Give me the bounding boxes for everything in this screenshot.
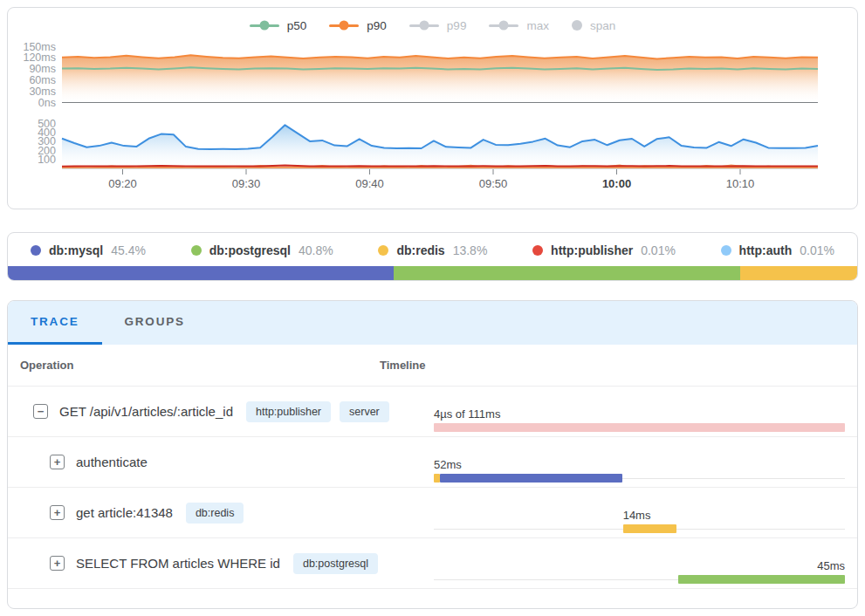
breakdown-label: http:auth xyxy=(739,243,793,257)
breakdown-dot-db-mysql xyxy=(31,245,41,256)
operation-label: SELECT FROM articles WHERE id xyxy=(76,556,280,571)
operation-cell: +get article:41348db:redis xyxy=(8,503,434,524)
legend-label-p50: p50 xyxy=(287,19,307,32)
operation-column-header: Operation xyxy=(20,359,380,372)
breakdown-label: db:mysql xyxy=(49,243,103,257)
timeline-bar[interactable] xyxy=(434,474,440,483)
operation-label: GET /api/v1/articles/:article_id xyxy=(59,404,233,419)
timeline-cell: 14ms xyxy=(434,488,845,537)
breakdown-stacked-bar xyxy=(8,266,857,280)
breakdown-value: 45.4% xyxy=(111,243,146,257)
svg-text:10:10: 10:10 xyxy=(726,177,755,190)
breakdown-dot-db-redis xyxy=(378,245,388,256)
breakdown-dot-db-postgresql xyxy=(191,245,202,256)
trace-rows: −GET /api/v1/articles/:article_idhttp:pu… xyxy=(8,387,857,589)
timeline-duration-label: 14ms xyxy=(623,509,651,522)
legend-dot-p50 xyxy=(259,21,269,31)
legend-marker-max xyxy=(489,24,518,27)
operation-tags: db:postgresql xyxy=(293,553,378,574)
tag-chip-db-redis: db:redis xyxy=(186,503,244,524)
latency-requests-charts: 150ms120ms90ms60ms30ms0ns500400300200100… xyxy=(8,38,857,209)
legend-dot-span xyxy=(572,20,582,31)
breakdown-value: 0.01% xyxy=(641,243,676,257)
trace-row-1[interactable]: +authenticate52ms xyxy=(8,437,857,488)
requests-hits-area xyxy=(62,125,818,168)
trace-row-0[interactable]: −GET /api/v1/articles/:article_idhttp:pu… xyxy=(8,387,857,437)
operation-label: get article:41348 xyxy=(76,505,173,520)
breakdown-bar-segment xyxy=(8,266,394,280)
operation-tags: http:publisherserver xyxy=(246,401,389,422)
latency-requests-panel: p50p90p99maxspan 150ms120ms90ms60ms30ms0… xyxy=(7,7,858,209)
breakdown-item-db-mysql[interactable]: db:mysql45.4% xyxy=(31,243,146,257)
operation-cell: +SELECT FROM articles WHERE iddb:postgre… xyxy=(8,553,434,574)
timeline-duration-label: 4µs of 111ms xyxy=(434,407,500,421)
breakdown-bar-segment xyxy=(740,266,857,280)
legend-dot-max xyxy=(499,21,509,31)
expand-icon[interactable]: + xyxy=(50,556,65,571)
timeline-bar[interactable] xyxy=(623,524,676,533)
operation-cell: +authenticate xyxy=(8,455,434,469)
breakdown-dot-http-publisher xyxy=(532,245,543,256)
breakdown-value: 40.8% xyxy=(299,243,333,257)
legend-dot-p99 xyxy=(419,21,429,31)
legend-label-span: span xyxy=(590,19,615,32)
svg-text:10:00: 10:00 xyxy=(602,177,631,190)
tag-chip-http-publisher: http:publisher xyxy=(246,401,331,422)
operation-label: authenticate xyxy=(76,455,148,469)
tag-chip-db-postgresql: db:postgresql xyxy=(293,553,378,574)
breakdown-value: 13.8% xyxy=(453,243,488,257)
timeline-cell: 45ms xyxy=(434,538,845,588)
svg-text:09:30: 09:30 xyxy=(232,177,261,190)
expand-icon[interactable]: + xyxy=(50,505,65,520)
trace-panel: TRACEGROUPS Operation Timeline −GET /api… xyxy=(7,300,858,609)
latency-p90-area xyxy=(62,55,818,102)
breakdown-bar-segment xyxy=(394,266,740,280)
requests-errors-line xyxy=(62,166,818,167)
tab-trace[interactable]: TRACE xyxy=(8,301,102,345)
legend-label-p90: p90 xyxy=(367,19,387,32)
operation-tags: db:redis xyxy=(186,503,244,524)
tab-groups[interactable]: GROUPS xyxy=(102,301,208,345)
svg-text:09:40: 09:40 xyxy=(355,177,384,190)
timeline-cell: 4µs of 111ms xyxy=(434,387,845,436)
trace-table-header: Operation Timeline xyxy=(8,345,857,387)
trace-row-3[interactable]: +SELECT FROM articles WHERE iddb:postgre… xyxy=(8,538,857,589)
svg-text:100: 100 xyxy=(38,154,56,166)
timeline-column-header: Timeline xyxy=(380,359,857,372)
legend-label-p99: p99 xyxy=(447,19,467,32)
breakdown-item-db-postgresql[interactable]: db:postgresql40.8% xyxy=(191,243,333,257)
operation-cell: −GET /api/v1/articles/:article_idhttp:pu… xyxy=(8,401,434,422)
chart-legend: p50p90p99maxspan xyxy=(8,8,857,38)
svg-text:0ns: 0ns xyxy=(38,97,56,109)
breakdown-item-db-redis[interactable]: db:redis13.8% xyxy=(378,243,487,257)
timeline-cell: 52ms xyxy=(434,437,845,487)
collapse-icon[interactable]: − xyxy=(33,404,48,419)
timeline-bar[interactable] xyxy=(440,474,623,483)
legend-dot-p90 xyxy=(340,21,349,31)
legend-item-p50[interactable]: p50 xyxy=(250,19,307,32)
legend-item-p99[interactable]: p99 xyxy=(409,19,467,32)
legend-item-max[interactable]: max xyxy=(489,19,549,32)
timeline-bar[interactable] xyxy=(678,575,845,584)
legend-marker-p90 xyxy=(329,24,359,27)
legend-marker-p50 xyxy=(250,24,279,27)
expand-icon[interactable]: + xyxy=(50,455,65,469)
breakdown-item-http-publisher[interactable]: http:publisher0.01% xyxy=(532,243,676,257)
breakdown-label: db:postgresql xyxy=(209,243,291,257)
service-breakdown-panel: db:mysql45.4%db:postgresql40.8%db:redis1… xyxy=(7,232,858,281)
legend-item-p90[interactable]: p90 xyxy=(329,19,387,32)
trace-row-2[interactable]: +get article:41348db:redis14ms xyxy=(8,488,857,538)
breakdown-legend: db:mysql45.4%db:postgresql40.8%db:redis1… xyxy=(8,233,857,268)
breakdown-label: http:publisher xyxy=(551,243,633,257)
breakdown-item-http-auth[interactable]: http:auth0.01% xyxy=(721,243,834,257)
trace-tabbar: TRACEGROUPS xyxy=(8,301,857,345)
legend-item-span[interactable]: span xyxy=(572,19,615,32)
breakdown-value: 0.01% xyxy=(800,243,834,257)
timeline-bar[interactable] xyxy=(434,423,845,432)
breakdown-dot-http-auth xyxy=(721,245,731,256)
svg-text:09:50: 09:50 xyxy=(479,177,508,190)
breakdown-label: db:redis xyxy=(396,243,444,257)
legend-label-max: max xyxy=(526,19,549,32)
timeline-duration-label: 52ms xyxy=(434,458,462,471)
svg-text:09:20: 09:20 xyxy=(108,177,137,190)
